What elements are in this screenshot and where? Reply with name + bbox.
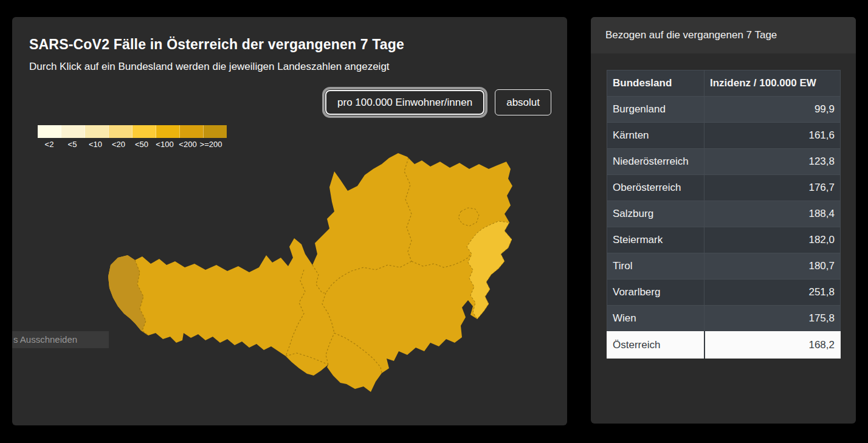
inzidenz-cell: 99,9	[704, 97, 841, 123]
table-row: Kärnten161,6	[607, 123, 841, 149]
column-header-bundesland: Bundesland	[607, 70, 704, 97]
table-row: Wien175,8	[607, 306, 841, 332]
color-legend: <2<5<10<20<50<100<200>=200	[38, 125, 222, 149]
inzidenz-cell: 251,8	[704, 280, 841, 306]
legend-bin-label: <10	[84, 138, 107, 149]
table-row: Tirol180,7	[607, 253, 841, 280]
inzidenz-cell: 176,7	[704, 175, 841, 201]
table-row: Vorarlberg251,8	[607, 280, 841, 306]
page-subtitle: Durch Klick auf ein Bundesland werden di…	[29, 61, 390, 73]
inzidenz-cell: 180,7	[704, 253, 841, 280]
bundesland-cell: Niederösterreich	[607, 149, 704, 175]
table-row: Burgenland99,9	[607, 97, 841, 123]
map-region-austria-base[interactable]	[108, 153, 512, 392]
table-panel-header: Bezogen auf die vergangenen 7 Tage	[591, 17, 856, 53]
bundesland-cell: Oberösterreich	[607, 175, 704, 201]
inzidenz-cell: 123,8	[704, 149, 841, 175]
bundesland-cell: Salzburg	[607, 201, 704, 227]
inzidenz-cell: 161,6	[704, 123, 841, 149]
table-body: Burgenland99,9Kärnten161,6Niederösterrei…	[607, 97, 841, 359]
legend-bin-label: <100	[153, 138, 176, 149]
legend-bin-label: <200	[176, 138, 199, 149]
inzidenz-cell: 175,8	[704, 306, 841, 332]
bundesland-cell: Österreich	[607, 332, 704, 359]
legend-swatch	[109, 125, 133, 138]
legend-swatch	[85, 125, 109, 138]
per-capita-button[interactable]: pro 100.000 Einwohner/innen	[325, 90, 484, 115]
column-header-inzidenz: Inzidenz / 100.000 EW	[704, 70, 841, 97]
legend-bin-label: <2	[38, 138, 61, 149]
bundesland-cell: Steiermark	[607, 227, 704, 253]
legend-labels: <2<5<10<20<50<100<200>=200	[38, 138, 222, 149]
page-title: SARS-CoV2 Fälle in Österreich der vergan…	[29, 36, 404, 53]
legend-swatch	[133, 125, 156, 138]
table-row: Salzburg188,4	[607, 201, 841, 227]
table-row: Steiermark182,0	[607, 227, 841, 253]
bundesland-cell: Wien	[607, 306, 704, 332]
legend-swatch	[180, 125, 204, 138]
legend-bin-label: >=200	[199, 138, 222, 149]
table-row: Oberösterreich176,7	[607, 175, 841, 201]
bundesland-cell: Vorarlberg	[607, 280, 704, 306]
inzidenz-cell: 188,4	[704, 201, 841, 227]
inzidenz-cell: 168,2	[704, 332, 841, 359]
legend-swatches	[38, 125, 222, 138]
clipboard-tooltip-fragment: s Ausschneiden	[12, 331, 109, 348]
legend-bin-label: <50	[130, 138, 153, 149]
legend-swatch	[156, 125, 180, 138]
map-dashboard-panel: SARS-CoV2 Fälle in Österreich der vergan…	[12, 17, 567, 425]
incidence-table: Bundesland Inzidenz / 100.000 EW Burgenl…	[607, 70, 841, 359]
legend-swatch	[61, 125, 85, 138]
incidence-table-panel: Bezogen auf die vergangenen 7 Tage Bunde…	[591, 17, 856, 424]
display-mode-toggle: pro 100.000 Einwohner/innen absolut	[323, 88, 551, 117]
legend-swatch	[204, 125, 227, 138]
absolute-button[interactable]: absolut	[495, 89, 551, 115]
legend-bin-label: <5	[61, 138, 84, 149]
bundesland-cell: Burgenland	[607, 97, 704, 123]
inzidenz-cell: 182,0	[704, 227, 841, 253]
bundesland-cell: Tirol	[607, 253, 704, 280]
austria-choropleth-map	[103, 151, 517, 394]
bundesland-cell: Kärnten	[607, 123, 704, 149]
table-header-row: Bundesland Inzidenz / 100.000 EW	[607, 70, 841, 97]
table-row: Niederösterreich123,8	[607, 149, 841, 175]
legend-swatch	[38, 125, 61, 138]
legend-bin-label: <20	[107, 138, 130, 149]
table-total-row: Österreich168,2	[607, 332, 841, 359]
